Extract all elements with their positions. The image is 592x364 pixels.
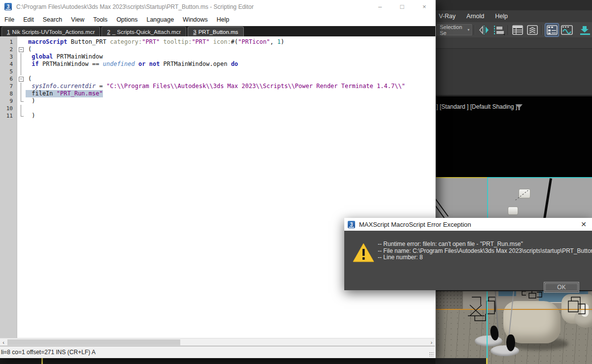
line-number: 11 (0, 112, 17, 120)
code-line[interactable]: 1macroScript Button_PRT category:"PRT" t… (0, 38, 435, 46)
menu-item-edit[interactable]: Edit (19, 16, 38, 23)
viewport-perspective[interactable] (435, 290, 592, 364)
scripting-editor-window: 3 C:\Program Files\Autodesk\3ds Max 2023… (0, 0, 436, 358)
line-number: 9 (0, 97, 17, 105)
code-text: global PRTMainWindow (26, 53, 103, 61)
menu-item-tools[interactable]: Tools (89, 16, 112, 23)
code-line[interactable]: 5 (0, 68, 435, 75)
error-message-line: -- Line number: 8 (378, 254, 592, 261)
fold-marker (17, 53, 26, 61)
code-line[interactable]: 11 ) (0, 112, 435, 120)
code-editor[interactable]: 1macroScript Button_PRT category:"PRT" t… (0, 36, 435, 338)
code-line[interactable]: 9 ) (0, 97, 435, 105)
tab-number: 3 (193, 29, 196, 35)
max-trackbar-strip-right (435, 358, 488, 364)
minimize-button[interactable]: – (369, 0, 391, 13)
tab-label: Nik Scripts-UVTools_Actions.mcr (12, 29, 95, 35)
horizontal-scrollbar[interactable]: ‹ › (0, 338, 435, 346)
render-presets-icon[interactable] (578, 24, 592, 36)
scrollbar-thumb[interactable] (7, 339, 180, 345)
floor-lamp-head (506, 334, 515, 351)
code-text: ) (26, 112, 35, 120)
code-text: if PRTMainWindow == undefined or not PRT… (26, 61, 238, 68)
trackbar-tick (41, 358, 43, 364)
fold-marker (17, 83, 26, 90)
editor-window-title: C:\Program Files\Autodesk\3ds Max 2023\s… (16, 3, 254, 10)
tab-nik-scripts-uvtools-actions-mcr[interactable]: 1Nik Scripts-UVTools_Actions.mcr (1, 27, 100, 36)
code-line[interactable]: 3 global PRTMainWindow (0, 53, 435, 61)
scene-explorer-icon[interactable] (545, 23, 559, 37)
code-line[interactable]: 7 sysInfo.currentdir = "C:\\Program File… (0, 83, 435, 90)
tab-label: _ Scripts-Quick_Attach.mcr (112, 29, 181, 35)
line-number: 3 (0, 53, 17, 61)
toolbar-separator (508, 25, 509, 35)
max-menubar: V-RayArnoldHelp (435, 10, 592, 22)
code-text: macroScript Button_PRT category:"PRT" to… (26, 38, 284, 46)
curve-editor-icon[interactable] (560, 24, 573, 36)
menu-item-help[interactable]: Help (212, 16, 234, 23)
editor-titlebar[interactable]: 3 C:\Program Files\Autodesk\3ds Max 2023… (0, 0, 435, 13)
max-ribbon-strip (435, 37, 592, 49)
menu-item-search[interactable]: Search (38, 16, 67, 23)
viewport-filter-icon[interactable] (515, 104, 523, 113)
line-number: 8 (0, 90, 17, 97)
code-line[interactable]: 4 if PRTMainWindow == undefined or not P… (0, 61, 435, 68)
cylinder-object (508, 207, 518, 215)
selection-set-dropdown[interactable]: Selection Se ▾ (437, 24, 472, 35)
mirror-icon[interactable] (477, 24, 491, 36)
viewport-shading-label[interactable]: ] [Standard ] [Default Shading ] (436, 103, 517, 110)
max-menu-item-help[interactable]: Help (492, 13, 515, 20)
menu-item-options[interactable]: Options (112, 16, 142, 23)
dialog-titlebar[interactable]: 3 MAXScript MacroScript Error Exception … (344, 218, 592, 231)
fold-marker[interactable]: − (17, 46, 26, 53)
code-text: fileIn "PRT_Run.mse" (26, 90, 103, 97)
layer-explorer-icon[interactable] (511, 24, 525, 36)
dialog-title: MAXScript MacroScript Error Exception (359, 221, 471, 228)
line-number: 2 (0, 46, 17, 53)
screen: V-RayArnoldHelp Selection Se ▾ (0, 0, 592, 364)
code-line[interactable]: 6−( (0, 75, 435, 83)
scroll-right-arrow[interactable]: › (428, 338, 435, 346)
fold-marker (17, 68, 26, 75)
selection-set-value: Selection Se (440, 24, 465, 36)
code-text (26, 105, 28, 112)
menu-item-file[interactable]: File (0, 16, 19, 23)
tab-prt-button-ms[interactable]: 3PRT_Button.ms (188, 27, 243, 36)
floor-lamp-base (491, 345, 519, 356)
line-number: 4 (0, 61, 17, 68)
menu-item-language[interactable]: Language (142, 16, 178, 23)
max-main-toolbar: Selection Se ▾ (435, 22, 592, 38)
viewport-top[interactable]: ] [Standard ] [Default Shading ] (435, 96, 592, 177)
dialog-close-icon[interactable]: ✕ (575, 218, 592, 231)
code-line[interactable]: 2−( (0, 46, 435, 53)
cursor-position-status: li=8 co=1 offset=271 INS (CR+LF) A (1, 349, 96, 356)
fold-marker (17, 105, 26, 112)
code-line[interactable]: 8 fileIn "PRT_Run.mse" (0, 90, 435, 97)
max-menu-item-arnold[interactable]: Arnold (463, 13, 492, 20)
ok-button[interactable]: OK (544, 282, 579, 293)
fold-marker (17, 97, 26, 105)
maximize-button[interactable]: □ (391, 0, 413, 13)
fold-marker (17, 90, 26, 97)
editor-tabbar: 1Nik Scripts-UVTools_Actions.mcr2_ Scrip… (0, 26, 435, 36)
resize-grip[interactable] (429, 352, 434, 357)
tab--scripts-quick-attach-mcr[interactable]: 2_ Scripts-Quick_Attach.mcr (101, 27, 186, 36)
close-button[interactable]: × (413, 0, 435, 13)
fold-marker[interactable]: − (17, 75, 26, 83)
toolbar-separator (474, 25, 475, 35)
trackbar-tick (486, 358, 488, 364)
code-text: ( (26, 75, 32, 83)
warning-icon (352, 243, 375, 265)
fold-marker (17, 61, 26, 68)
max-menu-item-v-ray[interactable]: V-Ray (435, 13, 463, 20)
menu-item-view[interactable]: View (66, 16, 89, 23)
line-number: 7 (0, 83, 17, 90)
scroll-left-arrow[interactable]: ‹ (0, 338, 7, 346)
align-icon[interactable] (492, 24, 505, 36)
code-text: sysInfo.currentdir = "C:\\Program Files\… (26, 83, 405, 90)
error-message-line: -- File name: C:\Program Files\Autodesk\… (378, 248, 592, 255)
manage-layers-icon[interactable] (526, 24, 539, 36)
code-line[interactable]: 10 (0, 105, 435, 112)
menu-item-windows[interactable]: Windows (178, 16, 212, 23)
lamp-pole-wireframe (543, 178, 552, 222)
